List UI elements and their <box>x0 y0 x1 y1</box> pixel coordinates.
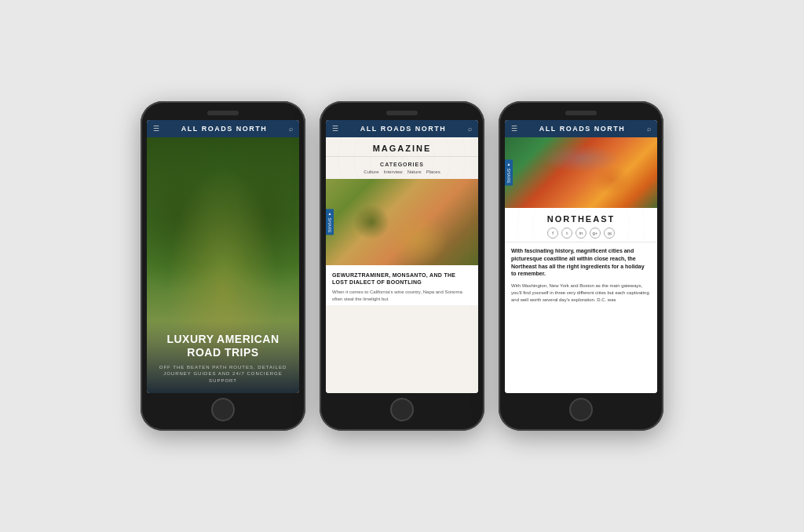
phone-2-navbar: ☰ ALL ROADS NORTH ⌕ <box>326 120 478 137</box>
northeast-screen: ▲ SHARE NORTHEAST f t in g+ <box>505 137 657 393</box>
phone-1: ☰ ALL ROADS NORTH ⌕ LUXURY AMERICAN ROAD… <box>141 101 305 431</box>
search-icon-3[interactable]: ⌕ <box>647 125 651 133</box>
phone-1-home[interactable] <box>211 398 235 421</box>
phone-1-speaker <box>207 111 239 115</box>
hero-title: LUXURY AMERICAN ROAD TRIPS <box>155 333 291 359</box>
hero-screen: LUXURY AMERICAN ROAD TRIPS OFF THE BEATE… <box>147 137 299 393</box>
magazine-content: GEWURZTRAMINER, MONSANTO, AND THE LOST D… <box>326 265 478 305</box>
phone-2-screen: ☰ ALL ROADS NORTH ⌕ MAGAZINE CATEGORIES <box>326 120 478 393</box>
phone-3-wrapper: ☰ ALL ROADS NORTH ⌕ ▲ SHARE <box>499 101 663 431</box>
menu-icon-3[interactable]: ☰ <box>511 125 517 133</box>
share-badge-3[interactable]: ▲ SHARE <box>505 159 513 185</box>
phone-3: ☰ ALL ROADS NORTH ⌕ ▲ SHARE <box>499 101 663 431</box>
northeast-highlight: With fascinating history, magnificent ci… <box>511 247 651 278</box>
app-title-1: ALL ROADS NORTH <box>181 125 267 133</box>
hero-overlay: LUXURY AMERICAN ROAD TRIPS OFF THE BEATE… <box>147 321 299 393</box>
app-title-3: ALL ROADS NORTH <box>539 125 625 133</box>
phone-1-wrapper: ☰ ALL ROADS NORTH ⌕ LUXURY AMERICAN ROAD… <box>141 101 305 431</box>
article-title: GEWURZTRAMINER, MONSANTO, AND THE LOST D… <box>332 271 472 286</box>
magazine-screen: MAGAZINE CATEGORIES Culture Interview Na… <box>326 137 478 393</box>
app-title-2: ALL ROADS NORTH <box>360 125 446 133</box>
menu-icon-1[interactable]: ☰ <box>153 125 159 133</box>
phone-2-wrapper: ☰ ALL ROADS NORTH ⌕ MAGAZINE CATEGORIES <box>320 101 484 431</box>
phone-3-home[interactable] <box>569 398 593 421</box>
northeast-content: With fascinating history, magnificent ci… <box>505 242 657 308</box>
northeast-image: ▲ SHARE <box>505 137 657 208</box>
northeast-body: With Washington, New York and Boston as … <box>511 282 651 304</box>
share-badge[interactable]: ▲ SHARE <box>326 209 334 235</box>
phone-3-speaker <box>565 111 597 115</box>
phone-2: ☰ ALL ROADS NORTH ⌕ MAGAZINE CATEGORIES <box>320 101 484 431</box>
article-text: When it comes to California's wine count… <box>332 289 472 302</box>
magazine-image: ▲ SHARE <box>326 179 478 265</box>
phone-3-screen: ☰ ALL ROADS NORTH ⌕ ▲ SHARE <box>505 120 657 393</box>
phone-1-navbar: ☰ ALL ROADS NORTH ⌕ <box>147 120 299 137</box>
search-icon-1[interactable]: ⌕ <box>289 125 293 133</box>
hero-subtitle: OFF THE BEATEN PATH ROUTES, DETAILED JOU… <box>155 364 291 384</box>
search-icon-2[interactable]: ⌕ <box>468 125 472 133</box>
phones-container: ☰ ALL ROADS NORTH ⌕ LUXURY AMERICAN ROAD… <box>141 101 663 431</box>
phone-1-screen: ☰ ALL ROADS NORTH ⌕ LUXURY AMERICAN ROAD… <box>147 120 299 393</box>
menu-icon-2[interactable]: ☰ <box>332 125 338 133</box>
phone-2-speaker <box>386 111 418 115</box>
phone-3-navbar: ☰ ALL ROADS NORTH ⌕ <box>505 120 657 137</box>
phone-2-home[interactable] <box>390 398 414 421</box>
